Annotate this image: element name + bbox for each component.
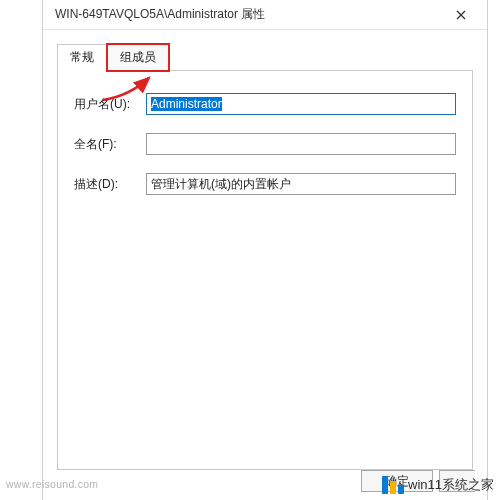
input-username-value: Administrator bbox=[151, 97, 222, 111]
watermark-url: www.reisound.com bbox=[6, 479, 98, 490]
close-icon bbox=[456, 10, 466, 20]
label-fullname: 全名(F): bbox=[74, 136, 146, 153]
input-username[interactable]: Administrator bbox=[146, 93, 456, 115]
row-fullname: 全名(F): bbox=[74, 133, 456, 155]
tab-member[interactable]: 组成员 bbox=[107, 44, 169, 71]
label-description: 描述(D): bbox=[74, 176, 146, 193]
titlebar: WIN-649TAVQLO5A\Administrator 属性 bbox=[43, 0, 487, 30]
window-title: WIN-649TAVQLO5A\Administrator 属性 bbox=[55, 6, 441, 23]
tab-general[interactable]: 常规 bbox=[57, 44, 107, 71]
content-area: 常规 组成员 用户名(U): Administrator 全名( bbox=[43, 30, 487, 470]
watermark-brand: win11系统之家 bbox=[382, 476, 494, 494]
tab-strip: 常规 组成员 bbox=[57, 44, 473, 71]
tab-panel-general: 用户名(U): Administrator 全名(F): 描述(D): bbox=[57, 70, 473, 470]
close-button[interactable] bbox=[441, 3, 481, 27]
input-description[interactable] bbox=[146, 173, 456, 195]
dialog-window: WIN-649TAVQLO5A\Administrator 属性 常规 组成员 bbox=[42, 0, 488, 500]
watermark-brand-text: win11系统之家 bbox=[408, 476, 494, 494]
tab-member-label: 组成员 bbox=[120, 50, 156, 64]
tab-general-label: 常规 bbox=[70, 50, 94, 64]
row-description: 描述(D): bbox=[74, 173, 456, 195]
watermark-logo-icon bbox=[382, 476, 404, 494]
highlight-arrow-icon bbox=[99, 74, 159, 104]
input-fullname[interactable] bbox=[146, 133, 456, 155]
